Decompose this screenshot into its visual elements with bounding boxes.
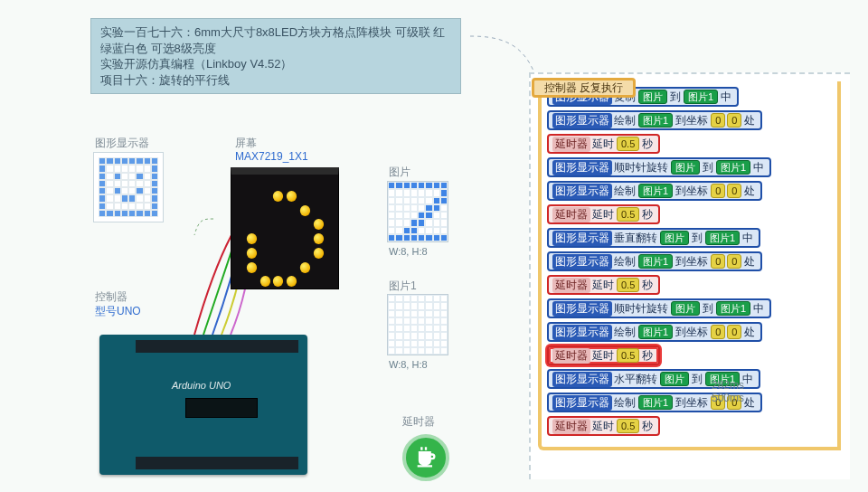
led-dot — [300, 261, 310, 272]
label-controller: 控制器 — [95, 289, 127, 305]
led-dot — [300, 219, 310, 230]
led-dot — [300, 248, 310, 259]
led-dot — [233, 191, 243, 202]
block-slot[interactable]: 图片 — [671, 160, 700, 175]
block-delay[interactable]: 延时器延时0.5秒 — [547, 134, 660, 154]
led-dot — [259, 219, 269, 230]
led-dot — [273, 261, 283, 272]
block-slot[interactable]: 0 — [711, 254, 725, 269]
led-dot — [247, 219, 257, 230]
led-dot — [247, 248, 257, 259]
timing-total: 500ms — [712, 392, 744, 404]
led-dot — [273, 248, 283, 259]
block-delay[interactable]: 延时器延时0.5秒 — [547, 345, 660, 365]
led-dot — [247, 261, 257, 272]
arduino-chip — [185, 398, 258, 418]
block-delay[interactable]: 延时器延时0.5秒 — [547, 204, 660, 224]
led-dot — [247, 191, 257, 202]
label-pic: 图片 — [389, 165, 410, 180]
led-dot — [313, 233, 323, 244]
arduino-headers-bottom — [136, 457, 298, 469]
led-dot — [259, 176, 269, 187]
block-slot[interactable]: 0 — [711, 325, 725, 339]
led-dot — [287, 233, 297, 244]
graph-display-module[interactable] — [93, 152, 164, 222]
led-dot — [247, 176, 257, 187]
block-slot[interactable]: 0 — [727, 254, 741, 269]
block-slot[interactable]: 0 — [711, 113, 725, 128]
led-dot — [313, 204, 323, 215]
block-slot[interactable]: 0 — [727, 184, 741, 198]
arduino-headers-top — [136, 340, 298, 353]
led-dot — [247, 276, 257, 287]
info-line3: 项目十六：旋转的平行线 — [100, 72, 451, 89]
led-dot — [233, 219, 243, 230]
block-slot[interactable]: 0 — [711, 184, 725, 198]
led-dot — [287, 248, 297, 259]
blocks-panel[interactable]: 图形显示器复制图片到图片1中图形显示器绘制图片1到坐标00处延时器延时0.5秒图… — [529, 72, 850, 479]
pic-module[interactable] — [387, 181, 448, 242]
block-slot[interactable]: 图片1 — [716, 301, 750, 316]
block-slot[interactable]: 0 — [727, 113, 741, 128]
pic-dim: W:8, H:8 — [389, 246, 428, 257]
label-pic1: 图片1 — [389, 279, 417, 294]
led-dot — [233, 276, 243, 287]
block-display[interactable]: 图形显示器绘制图片1到坐标00处 — [547, 251, 762, 271]
label-graph-display: 图形显示器 — [95, 136, 149, 151]
block-slot[interactable]: 0.5 — [617, 137, 639, 151]
block-delay[interactable]: 延时器延时0.5秒 — [547, 275, 660, 295]
label-controller-model: 型号UNO — [95, 304, 141, 319]
block-slot[interactable]: 图片1 — [638, 254, 673, 269]
led-dot — [287, 191, 297, 202]
led-dot — [247, 204, 257, 215]
block-slot[interactable]: 图片1 — [638, 113, 673, 128]
block-slot[interactable]: 图片1 — [705, 231, 740, 245]
block-display[interactable]: 图形显示器绘制图片1到坐标00处 — [547, 110, 762, 130]
led-dot — [259, 276, 269, 287]
block-slot[interactable]: 0 — [727, 325, 741, 339]
block-slot[interactable]: 0.5 — [617, 419, 639, 433]
led-matrix-module[interactable] — [231, 167, 339, 289]
block-slot[interactable]: 0.5 — [617, 207, 639, 222]
info-box: 实验一百七十六：6mm大尺寸8x8LED方块方格点阵模块 可级联 红绿蓝白色 可… — [90, 18, 461, 94]
led-dot — [300, 176, 310, 187]
led-dot — [313, 276, 323, 287]
block-slot[interactable]: 图片1 — [638, 184, 673, 198]
delay-module[interactable] — [402, 434, 449, 481]
block-display[interactable]: 图形显示器绘制图片1到坐标00处 — [547, 181, 762, 201]
led-dot — [273, 191, 283, 202]
block-slot[interactable]: 图片1 — [684, 90, 718, 104]
block-delay[interactable]: 延时器延时0.5秒 — [547, 416, 660, 436]
block-header[interactable]: 控制器 反复执行 — [532, 78, 636, 98]
block-display[interactable]: 图形显示器顺时针旋转图片到图片1中 — [547, 298, 771, 318]
label-screen: 屏幕 — [235, 136, 257, 151]
led-dot — [233, 204, 243, 215]
led-dot — [300, 276, 310, 287]
led-dot — [287, 219, 297, 230]
block-slot[interactable]: 图片1 — [716, 160, 750, 175]
block-display[interactable]: 图形显示器顺时针旋转图片到图片1中 — [547, 157, 771, 177]
block-slot[interactable]: 图片 — [638, 90, 667, 104]
led-dot — [326, 219, 336, 230]
led-dot — [233, 176, 243, 187]
block-slot[interactable]: 0.5 — [617, 278, 639, 292]
label-delay: 延时器 — [402, 414, 435, 430]
block-display[interactable]: 图形显示器绘制图片1到坐标00处 — [547, 322, 762, 342]
block-slot[interactable]: 图片 — [660, 231, 689, 245]
arduino-module[interactable]: Arduino UNO — [99, 335, 307, 475]
block-slot[interactable]: 图片1 — [638, 395, 673, 410]
block-display[interactable]: 图形显示器垂直翻转图片到图片1中 — [547, 228, 760, 248]
block-slot[interactable]: 0.5 — [617, 348, 639, 363]
led-dot — [326, 248, 336, 259]
led-dot — [326, 261, 336, 272]
info-line1: 实验一百七十六：6mm大尺寸8x8LED方块方格点阵模块 可级联 红绿蓝白色 可… — [100, 24, 451, 56]
cup-icon — [413, 445, 439, 470]
led-dot — [233, 261, 243, 272]
block-slot[interactable]: 图片 — [660, 372, 689, 386]
block-slot[interactable]: 图片1 — [638, 325, 673, 339]
label-screen-model: MAX7219_1X1 — [235, 150, 308, 163]
led-dot — [326, 204, 336, 215]
block-slot[interactable]: 图片 — [671, 301, 700, 316]
pic1-module[interactable] — [387, 294, 448, 355]
led-dot — [259, 191, 269, 202]
